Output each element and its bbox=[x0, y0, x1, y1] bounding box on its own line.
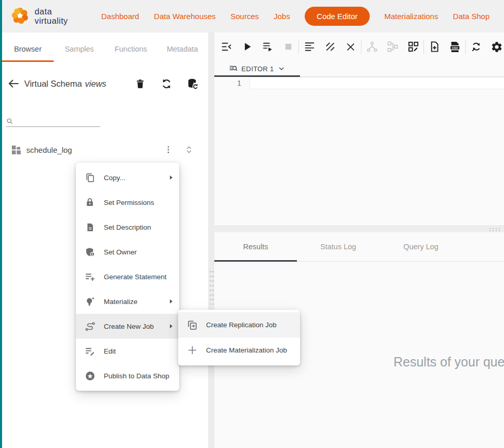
run-icon bbox=[241, 41, 253, 53]
expand-collapse-button[interactable] bbox=[183, 144, 195, 155]
export-csv-button[interactable]: CSV bbox=[445, 37, 465, 57]
edit-template-button[interactable] bbox=[403, 37, 423, 57]
stop-icon bbox=[282, 41, 294, 53]
submenu-arrow-icon bbox=[170, 175, 172, 180]
star-circle-icon bbox=[84, 370, 96, 381]
menu-item-create-new-job[interactable]: Create New Job bbox=[76, 314, 179, 339]
results-resize-handle[interactable] bbox=[214, 226, 504, 232]
active-tab-underline bbox=[2, 60, 54, 62]
brand-name: data virtuality bbox=[35, 7, 68, 26]
menu-item-copy[interactable]: Copy... bbox=[76, 165, 179, 190]
nav-item-sources[interactable]: Sources bbox=[230, 12, 259, 21]
nav-item-dashboard[interactable]: Dashboard bbox=[101, 12, 139, 21]
run-query-button[interactable] bbox=[237, 37, 257, 57]
tab-metadata[interactable]: Metadata bbox=[156, 36, 208, 62]
arrow-left-icon bbox=[7, 77, 20, 90]
close-icon bbox=[345, 41, 356, 53]
dependency-tree-icon bbox=[366, 41, 378, 53]
submenu-item-create-replication-job[interactable]: Create Replication Job bbox=[178, 312, 300, 338]
nav-links: Dashboard Data Warehouses Sources Jobs C… bbox=[84, 7, 490, 26]
create-job-submenu: Create Replication Job Create Materializ… bbox=[178, 310, 300, 365]
line-number: 1 bbox=[214, 77, 249, 89]
schema-subtitle: views bbox=[85, 79, 106, 89]
format-sql-button[interactable] bbox=[299, 37, 320, 57]
editor-settings-button[interactable] bbox=[486, 37, 504, 57]
menu-item-materialize[interactable]: Materialize bbox=[76, 289, 179, 314]
tab-results[interactable]: Results bbox=[214, 232, 297, 261]
nav-item-data-warehouses[interactable]: Data Warehouses bbox=[154, 12, 216, 21]
search-icon bbox=[6, 118, 13, 125]
trash-icon bbox=[135, 78, 146, 89]
submenu-item-create-materialization-job[interactable]: Create Materialization Job bbox=[178, 338, 300, 363]
editor-toolbar: CSV bbox=[214, 33, 504, 61]
reload-metadata-button[interactable] bbox=[186, 77, 199, 90]
submenu-arrow-icon bbox=[170, 299, 172, 303]
active-line-highlight[interactable] bbox=[249, 77, 504, 89]
nav-item-materializations[interactable]: Materializations bbox=[384, 12, 438, 21]
menu-item-set-owner[interactable]: Set Owner bbox=[76, 239, 179, 264]
tree-item-label: schedule_log bbox=[26, 146, 153, 154]
schema-header: Virtual Schema views bbox=[2, 72, 208, 95]
lightbulb-icon bbox=[84, 296, 96, 307]
copy-icon bbox=[84, 172, 96, 183]
edit-grid-icon bbox=[407, 41, 419, 53]
code-editor-area[interactable]: 1 bbox=[214, 77, 504, 226]
menu-item-set-description[interactable]: Set Description bbox=[76, 215, 179, 239]
code-line-1: 1 bbox=[214, 77, 504, 89]
gear-icon bbox=[491, 41, 503, 53]
tab-query-log[interactable]: Query Log bbox=[380, 232, 462, 261]
schema-title: Virtual Schema bbox=[24, 79, 82, 89]
find-replace-button[interactable] bbox=[466, 37, 486, 57]
run-selection-button[interactable] bbox=[257, 37, 278, 57]
accent-edge-strip bbox=[0, 0, 2, 448]
dependency-tree-button bbox=[361, 37, 382, 57]
menu-open-icon bbox=[220, 41, 232, 53]
tab-samples[interactable]: Samples bbox=[54, 36, 105, 62]
nav-item-data-shop[interactable]: Data Shop bbox=[453, 12, 490, 21]
sidebar-tabs: Browser Samples Functions Metadata bbox=[2, 33, 208, 62]
menu-item-set-permissions[interactable]: Set Permissions bbox=[76, 190, 179, 215]
resize-grip-dots bbox=[489, 228, 501, 231]
find-replace-icon bbox=[470, 41, 482, 53]
lock-icon bbox=[84, 197, 96, 208]
chevron-down-icon[interactable] bbox=[277, 65, 286, 73]
search-input[interactable] bbox=[17, 117, 100, 125]
tab-browser[interactable]: Browser bbox=[2, 36, 54, 62]
tab-status-log[interactable]: Status Log bbox=[297, 232, 380, 261]
brand-logo[interactable]: data virtuality bbox=[10, 6, 84, 27]
manage-search-icon bbox=[229, 64, 238, 73]
flower-logo-icon bbox=[10, 6, 30, 27]
link-off-icon bbox=[324, 41, 336, 53]
nav-item-jobs[interactable]: Jobs bbox=[274, 12, 290, 21]
stop-query-button bbox=[278, 37, 298, 57]
format-align-icon bbox=[304, 41, 316, 53]
nav-item-code-editor-active[interactable]: Code Editor bbox=[305, 7, 369, 26]
playlist-add-icon bbox=[84, 271, 96, 282]
results-placeholder-text: Results of your queries will be displaye… bbox=[393, 355, 504, 370]
resize-grip-dots bbox=[209, 269, 214, 305]
run-selection-icon bbox=[262, 41, 274, 53]
tree-item-schedule-log[interactable]: schedule_log bbox=[2, 139, 208, 160]
sidebar-resize-handle[interactable] bbox=[208, 33, 214, 448]
menu-item-edit[interactable]: Edit bbox=[76, 339, 179, 363]
back-button[interactable] bbox=[7, 77, 20, 90]
new-editor-tab-button[interactable] bbox=[424, 37, 445, 57]
item-menu-button[interactable] bbox=[163, 144, 174, 155]
results-tab-bar: Results Status Log Query Log bbox=[214, 232, 504, 262]
export-csv-icon: CSV bbox=[449, 41, 461, 53]
collapse-sidebar-button[interactable] bbox=[216, 37, 237, 57]
database-refresh-icon bbox=[186, 77, 199, 90]
code-editor-panel: CSV EDITOR 1 1 Results Status Log Query … bbox=[214, 33, 504, 448]
menu-item-publish-to-data-shop[interactable]: Publish to Data Shop bbox=[76, 363, 179, 388]
submenu-arrow-icon bbox=[170, 324, 172, 328]
route-icon bbox=[84, 321, 96, 332]
unfold-more-icon bbox=[184, 145, 194, 154]
tab-functions[interactable]: Functions bbox=[105, 36, 157, 62]
clear-editor-button[interactable] bbox=[340, 37, 361, 57]
refresh-schema-button[interactable] bbox=[160, 77, 173, 90]
unlink-button[interactable] bbox=[320, 37, 340, 57]
menu-item-generate-statement[interactable]: Generate Statement bbox=[76, 264, 179, 289]
editor-tab-1[interactable]: EDITOR 1 bbox=[214, 61, 300, 76]
document-icon bbox=[84, 221, 96, 233]
delete-schema-button[interactable] bbox=[133, 77, 147, 90]
